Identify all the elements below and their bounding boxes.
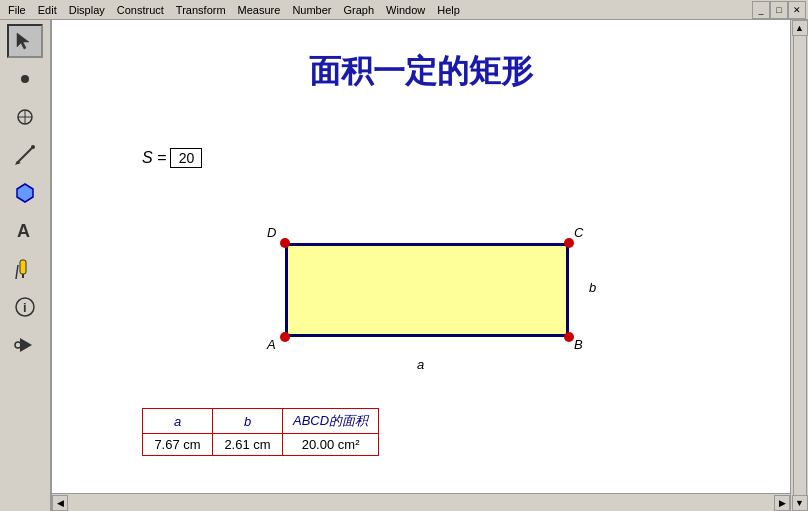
menu-window[interactable]: Window bbox=[380, 2, 431, 18]
menu-measure[interactable]: Measure bbox=[232, 2, 287, 18]
polygon-tool[interactable] bbox=[7, 176, 43, 210]
svg-text:i: i bbox=[23, 300, 27, 315]
table-cell-a: 7.67 cm bbox=[143, 434, 213, 456]
rectangle-container: D C A B b a bbox=[267, 225, 587, 355]
maximize-button[interactable]: □ bbox=[770, 1, 788, 19]
svg-marker-0 bbox=[17, 33, 29, 49]
vertex-b-label: B bbox=[574, 337, 583, 352]
vertex-a-dot[interactable] bbox=[280, 332, 290, 342]
vertex-d-label: D bbox=[267, 225, 276, 240]
menu-file[interactable]: File bbox=[2, 2, 32, 18]
point-tool[interactable] bbox=[7, 62, 43, 96]
menu-edit[interactable]: Edit bbox=[32, 2, 63, 18]
menu-help[interactable]: Help bbox=[431, 2, 466, 18]
svg-marker-15 bbox=[20, 338, 32, 352]
vertex-a-label: A bbox=[267, 337, 276, 352]
text-tool[interactable]: A bbox=[7, 214, 43, 248]
side-b-label: b bbox=[589, 280, 596, 295]
vertex-c-label: C bbox=[574, 225, 583, 240]
svg-marker-7 bbox=[15, 161, 21, 165]
measurements-table: a b ABCD的面积 7.67 cm 2.61 cm 20.00 cm² bbox=[142, 408, 379, 456]
vertex-d-dot[interactable] bbox=[280, 238, 290, 248]
menu-display[interactable]: Display bbox=[63, 2, 111, 18]
info-tool[interactable]: i bbox=[7, 290, 43, 324]
marker-tool[interactable] bbox=[7, 252, 43, 286]
menu-construct[interactable]: Construct bbox=[111, 2, 170, 18]
minimize-button[interactable]: _ bbox=[752, 1, 770, 19]
canvas[interactable]: 面积一定的矩形 S = D C A B b a bbox=[52, 20, 790, 511]
vertex-c-dot[interactable] bbox=[564, 238, 574, 248]
table-cell-b: 2.61 cm bbox=[213, 434, 283, 456]
s-equation: S = bbox=[142, 148, 202, 168]
toolbar: A i bbox=[0, 20, 52, 511]
animate-tool[interactable] bbox=[7, 328, 43, 362]
horizontal-scrollbar[interactable]: ◀ ▶ bbox=[52, 493, 790, 511]
svg-rect-10 bbox=[20, 260, 26, 274]
svg-marker-8 bbox=[17, 184, 33, 202]
rectangle-abcd[interactable] bbox=[285, 243, 569, 337]
scroll-right-button[interactable]: ▶ bbox=[774, 495, 790, 511]
menubar: File Edit Display Construct Transform Me… bbox=[0, 0, 808, 20]
compass-tool[interactable] bbox=[7, 100, 43, 134]
s-label-text: S = bbox=[142, 149, 166, 167]
svg-point-1 bbox=[21, 75, 29, 83]
line-tool[interactable] bbox=[7, 138, 43, 172]
page-title: 面积一定的矩形 bbox=[52, 50, 790, 94]
svg-rect-11 bbox=[22, 274, 24, 278]
svg-point-6 bbox=[31, 145, 35, 149]
table-header-area: ABCD的面积 bbox=[283, 409, 379, 434]
menu-graph[interactable]: Graph bbox=[338, 2, 381, 18]
menu-transform[interactable]: Transform bbox=[170, 2, 232, 18]
vertex-b-dot[interactable] bbox=[564, 332, 574, 342]
vertical-scrollbar[interactable]: ▲ ▼ bbox=[790, 20, 808, 511]
svg-line-12 bbox=[16, 265, 18, 279]
table-row: 7.67 cm 2.61 cm 20.00 cm² bbox=[143, 434, 379, 456]
table-cell-area: 20.00 cm² bbox=[283, 434, 379, 456]
s-value-input[interactable] bbox=[170, 148, 202, 168]
arrow-tool[interactable] bbox=[7, 24, 43, 58]
scroll-up-button[interactable]: ▲ bbox=[792, 20, 808, 36]
menu-number[interactable]: Number bbox=[286, 2, 337, 18]
table-header-a: a bbox=[143, 409, 213, 434]
close-button[interactable]: ✕ bbox=[788, 1, 806, 19]
scroll-left-button[interactable]: ◀ bbox=[52, 495, 68, 511]
svg-line-5 bbox=[17, 147, 33, 163]
svg-text:A: A bbox=[17, 221, 30, 241]
table-header-b: b bbox=[213, 409, 283, 434]
scroll-down-button[interactable]: ▼ bbox=[792, 495, 808, 511]
side-a-label: a bbox=[417, 357, 424, 372]
